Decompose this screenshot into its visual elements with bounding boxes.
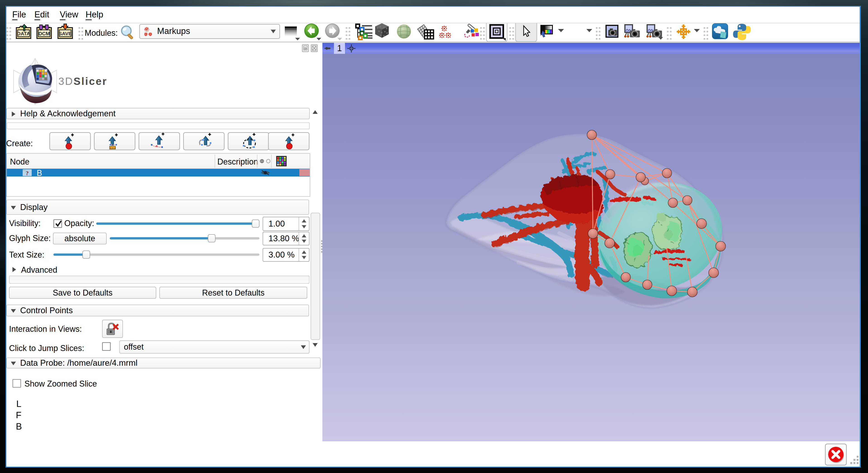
svg-text:3DSlicer: 3DSlicer — [58, 75, 106, 87]
svg-text:DATA: DATA — [17, 31, 30, 36]
svg-text:SAVE: SAVE — [59, 31, 72, 36]
svg-text:?: ? — [26, 170, 29, 176]
svg-text:DCM: DCM — [38, 31, 50, 36]
